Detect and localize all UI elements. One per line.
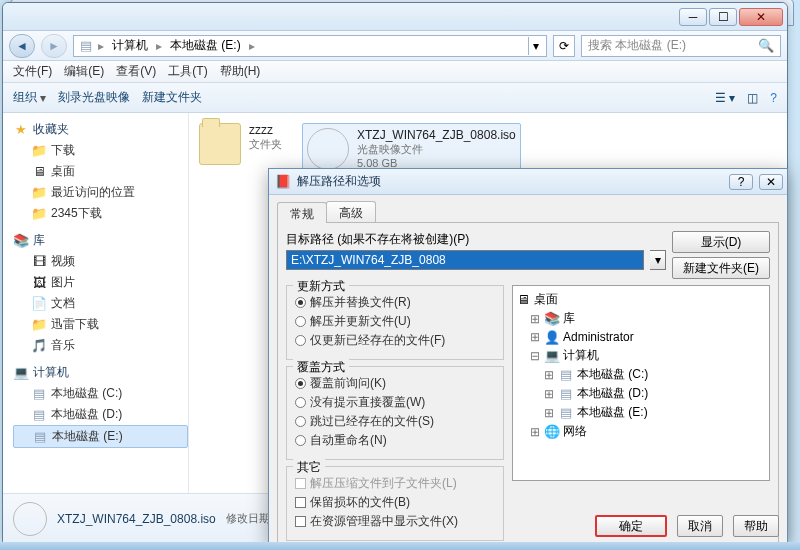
dialog-close-button[interactable]: ✕ <box>759 174 783 190</box>
nav-libraries-header[interactable]: 📚 库 <box>13 230 188 251</box>
nav-computer-header[interactable]: 💻 计算机 <box>13 362 188 383</box>
expand-icon[interactable]: ⊞ <box>543 387 555 401</box>
dest-path-dropdown[interactable]: ▾ <box>650 250 666 270</box>
nav-videos[interactable]: 🎞视频 <box>13 251 188 272</box>
radio-update-existing[interactable]: 仅更新已经存在的文件(F) <box>295 332 495 349</box>
radio-auto-rename[interactable]: 自动重命名(N) <box>295 432 495 449</box>
desktop-icon: 🖥 <box>515 292 531 308</box>
library-icon: 📚 <box>544 311 560 327</box>
path-dropdown-icon[interactable]: ▾ <box>528 37 542 55</box>
search-input[interactable]: 搜索 本地磁盘 (E:) 🔍 <box>581 35 781 57</box>
search-placeholder: 搜索 本地磁盘 (E:) <box>588 37 686 54</box>
radio-extract-replace[interactable]: 解压并替换文件(R) <box>295 294 495 311</box>
menu-help[interactable]: 帮助(H) <box>216 61 265 82</box>
nav-music[interactable]: 🎵音乐 <box>13 335 188 356</box>
tree-libraries[interactable]: ⊞📚库 <box>515 309 767 328</box>
folder-tile[interactable]: zzzz 文件夹 <box>199 123 282 165</box>
folder-icon: 📁 <box>31 317 47 333</box>
nav-forward-button[interactable]: ► <box>41 34 67 58</box>
search-icon: 🔍 <box>758 38 774 54</box>
overwrite-mode-group: 覆盖方式 覆盖前询问(K) 没有提示直接覆盖(W) 跳过已经存在的文件(S) 自… <box>286 366 504 460</box>
folder-tree[interactable]: 🖥桌面 ⊞📚库 ⊞👤Administrator ⊟💻计算机 ⊞▤本地磁盘 (C:… <box>512 285 770 481</box>
tab-panel-general: 目标路径 (如果不存在将被创建)(P) E:\XTZJ_WIN764_ZJB_0… <box>277 223 779 550</box>
tree-drive-d[interactable]: ⊞▤本地磁盘 (D:) <box>515 384 767 403</box>
nav-2345[interactable]: 📁2345下载 <box>13 203 188 224</box>
expand-icon[interactable]: ⊞ <box>543 368 555 382</box>
menu-file[interactable]: 文件(F) <box>9 61 56 82</box>
refresh-button[interactable]: ⟳ <box>553 35 575 57</box>
check-subfolder[interactable]: 解压压缩文件到子文件夹(L) <box>295 475 495 492</box>
ok-button[interactable]: 确定 <box>595 515 667 537</box>
tree-drive-e[interactable]: ⊞▤本地磁盘 (E:) <box>515 403 767 422</box>
new-folder-button[interactable]: 新建文件夹(E) <box>672 257 770 279</box>
navigation-pane[interactable]: ★ 收藏夹 📁下载 🖥桌面 📁最近访问的位置 📁2345下载 📚 库 🎞视频 🖼… <box>3 113 189 493</box>
radio-extract-update[interactable]: 解压并更新文件(U) <box>295 313 495 330</box>
explorer-titlebar[interactable]: ─ ☐ ✕ <box>3 3 787 31</box>
tree-admin[interactable]: ⊞👤Administrator <box>515 328 767 346</box>
nav-thunder[interactable]: 📁迅雷下载 <box>13 314 188 335</box>
tree-desktop[interactable]: 🖥桌面 <box>515 290 767 309</box>
cancel-button[interactable]: 取消 <box>677 515 723 537</box>
cmd-organize[interactable]: 组织▾ <box>13 89 46 106</box>
nav-recent[interactable]: 📁最近访问的位置 <box>13 182 188 203</box>
taskbar <box>0 542 800 550</box>
iso-icon <box>307 128 349 170</box>
menu-tools[interactable]: 工具(T) <box>164 61 211 82</box>
check-keep-broken[interactable]: 保留损坏的文件(B) <box>295 494 495 511</box>
menu-edit[interactable]: 编辑(E) <box>60 61 108 82</box>
check-show-explorer[interactable]: 在资源管理器中显示文件(X) <box>295 513 495 530</box>
nav-favorites-header[interactable]: ★ 收藏夹 <box>13 119 188 140</box>
drive-icon: ▤ <box>558 367 574 383</box>
nav-documents[interactable]: 📄文档 <box>13 293 188 314</box>
nav-drive-e[interactable]: ▤本地磁盘 (E:) <box>13 425 188 448</box>
preview-pane-icon[interactable]: ◫ <box>747 91 758 105</box>
nav-drive-c[interactable]: ▤本地磁盘 (C:) <box>13 383 188 404</box>
menu-view[interactable]: 查看(V) <box>112 61 160 82</box>
nav-back-button[interactable]: ◄ <box>9 34 35 58</box>
tab-advanced[interactable]: 高级 <box>326 201 376 222</box>
dialog-titlebar[interactable]: 📕 解压路径和选项 ? ✕ <box>269 169 787 195</box>
group-legend: 更新方式 <box>293 278 349 295</box>
close-button[interactable]: ✕ <box>739 8 783 26</box>
dest-path-label: 目标路径 (如果不存在将被创建)(P) <box>286 231 666 248</box>
dest-path-input[interactable]: E:\XTZJ_WIN764_ZJB_0808 <box>286 250 644 270</box>
star-icon: ★ <box>13 122 29 138</box>
maximize-button[interactable]: ☐ <box>709 8 737 26</box>
expand-icon[interactable]: ⊞ <box>529 330 541 344</box>
document-icon: 📄 <box>31 296 47 312</box>
breadcrumb-seg[interactable]: 本地磁盘 (E:) <box>166 37 245 54</box>
expand-icon[interactable]: ⊞ <box>529 425 541 439</box>
expand-icon[interactable]: ⊞ <box>529 312 541 326</box>
show-button[interactable]: 显示(D) <box>672 231 770 253</box>
radio-overwrite-noask[interactable]: 没有提示直接覆盖(W) <box>295 394 495 411</box>
folder-icon <box>199 123 241 165</box>
help-button[interactable]: 帮助 <box>733 515 779 537</box>
cmd-new-folder[interactable]: 新建文件夹 <box>142 89 202 106</box>
breadcrumb-seg[interactable]: 计算机 <box>108 37 152 54</box>
nav-pictures[interactable]: 🖼图片 <box>13 272 188 293</box>
collapse-icon[interactable]: ⊟ <box>529 349 541 363</box>
tree-network[interactable]: ⊞🌐网络 <box>515 422 767 441</box>
dialog-help-button[interactable]: ? <box>729 174 753 190</box>
nav-downloads[interactable]: 📁下载 <box>13 140 188 161</box>
tab-general[interactable]: 常规 <box>277 202 327 223</box>
breadcrumb[interactable]: ▤ ▸ 计算机 ▸ 本地磁盘 (E:) ▸ ▾ <box>73 35 547 57</box>
view-options-icon[interactable]: ☰ ▾ <box>715 91 735 105</box>
drive-icon: ▤ <box>78 38 94 54</box>
folder-icon: 📁 <box>31 143 47 159</box>
file-name: XTZJ_WIN764_ZJB_0808.iso <box>357 128 516 142</box>
file-type: 文件夹 <box>249 137 282 152</box>
details-moddate-label: 修改日期 <box>226 511 270 526</box>
tree-drive-c[interactable]: ⊞▤本地磁盘 (C:) <box>515 365 767 384</box>
cmd-burn-iso[interactable]: 刻录光盘映像 <box>58 89 130 106</box>
tree-computer[interactable]: ⊟💻计算机 <box>515 346 767 365</box>
nav-desktop[interactable]: 🖥桌面 <box>13 161 188 182</box>
expand-icon[interactable]: ⊞ <box>543 406 555 420</box>
drive-icon: ▤ <box>31 407 47 423</box>
details-name: XTZJ_WIN764_ZJB_0808.iso <box>57 512 216 526</box>
radio-skip-existing[interactable]: 跳过已经存在的文件(S) <box>295 413 495 430</box>
nav-drive-d[interactable]: ▤本地磁盘 (D:) <box>13 404 188 425</box>
radio-ask-overwrite[interactable]: 覆盖前询问(K) <box>295 375 495 392</box>
help-icon[interactable]: ? <box>770 91 777 105</box>
minimize-button[interactable]: ─ <box>679 8 707 26</box>
